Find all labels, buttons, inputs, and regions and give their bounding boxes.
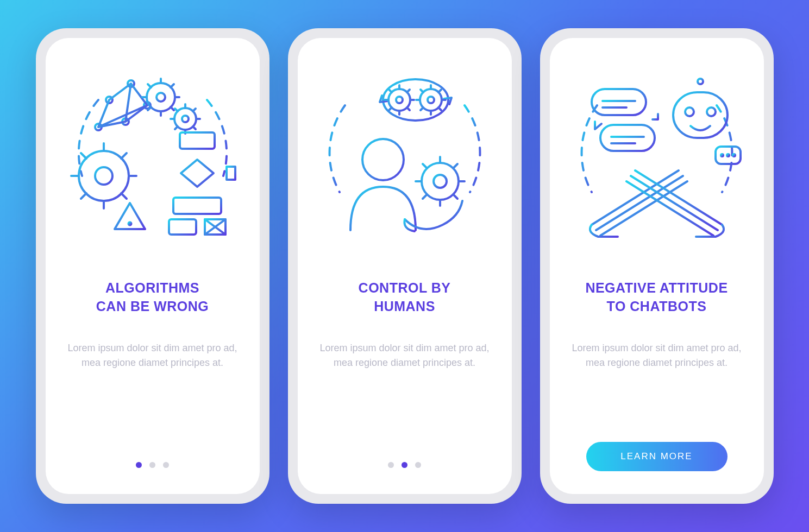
chatbot-negative-icon: [570, 67, 744, 241]
pagination-dot-2[interactable]: [402, 462, 407, 468]
pagination-dot-3[interactable]: [163, 462, 169, 468]
pagination-dot-1[interactable]: [388, 462, 394, 468]
screen-body: Lorem ipsum dolor sit dim amet pro ad, m…: [66, 341, 240, 371]
pagination-dot-2[interactable]: [149, 462, 155, 468]
onboarding-card-3: NEGATIVE ATTITUDE TO CHATBOTS Lorem ipsu…: [540, 28, 774, 504]
svg-point-18: [396, 97, 403, 103]
svg-point-20: [428, 97, 434, 103]
svg-rect-11: [180, 132, 215, 149]
screen-1: ALGORITHMS CAN BE WRONG Lorem ipsum dolo…: [46, 38, 260, 494]
human-control-icon: [318, 67, 492, 241]
screen-2: CONTROL BY HUMANS Lorem ipsum dolor sit …: [298, 38, 512, 494]
svg-rect-12: [227, 167, 235, 180]
svg-rect-14: [169, 219, 196, 235]
svg-point-16: [128, 223, 131, 225]
svg-point-31: [721, 154, 723, 156]
screen-title: CONTROL BY HUMANS: [359, 279, 451, 316]
onboarding-card-1: ALGORITHMS CAN BE WRONG Lorem ipsum dolo…: [36, 28, 269, 504]
screen-3: NEGATIVE ATTITUDE TO CHATBOTS Lorem ipsu…: [550, 38, 764, 494]
svg-point-8: [182, 116, 189, 122]
screen-body: Lorem ipsum dolor sit dim amet pro ad, m…: [318, 341, 492, 371]
algorithm-gears-icon: [66, 67, 240, 241]
svg-point-33: [733, 154, 735, 156]
svg-point-29: [698, 79, 703, 84]
svg-point-6: [156, 93, 165, 102]
svg-point-23: [434, 175, 447, 188]
pagination-dots: [136, 462, 169, 480]
svg-point-27: [685, 107, 694, 116]
svg-rect-13: [173, 198, 221, 214]
svg-point-21: [362, 139, 404, 180]
pagination-dots: [388, 462, 421, 480]
screen-body: Lorem ipsum dolor sit dim amet pro ad, m…: [570, 341, 744, 371]
screen-title: ALGORITHMS CAN BE WRONG: [96, 279, 209, 316]
svg-point-32: [727, 154, 729, 156]
svg-point-10: [95, 167, 112, 185]
pagination-dot-1[interactable]: [136, 462, 142, 468]
learn-more-button[interactable]: LEARN MORE: [586, 442, 728, 471]
onboarding-card-2: CONTROL BY HUMANS Lorem ipsum dolor sit …: [288, 28, 522, 504]
screen-title: NEGATIVE ATTITUDE TO CHATBOTS: [585, 279, 728, 316]
pagination-dot-3[interactable]: [415, 462, 421, 468]
svg-point-28: [707, 107, 716, 116]
